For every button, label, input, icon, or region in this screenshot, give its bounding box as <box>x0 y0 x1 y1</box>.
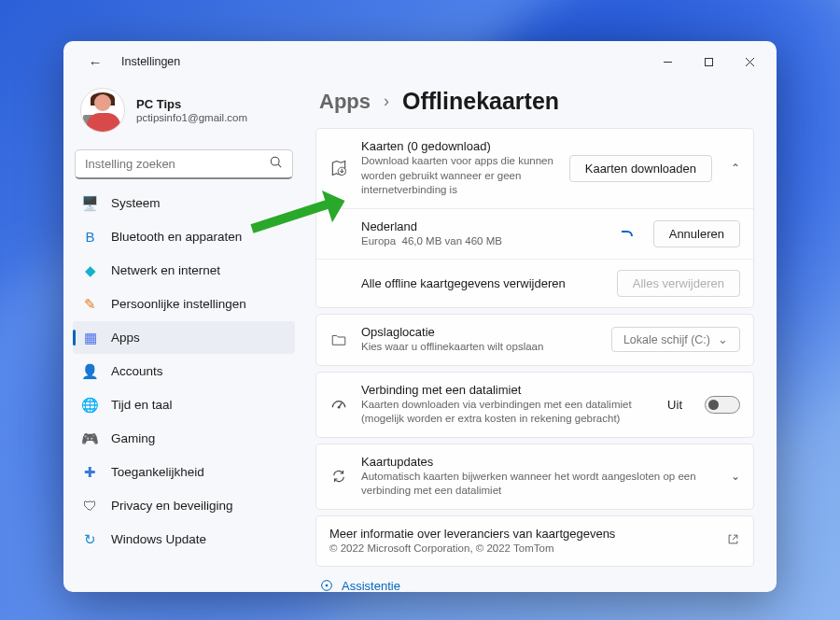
nav-label: Toegankelijkheid <box>111 465 204 479</box>
vendor-info-card[interactable]: Meer informatie over leveranciers van ka… <box>315 515 754 568</box>
settings-window: ← Instellingen PC Tips pctipsinfo1@gmail <box>63 41 777 592</box>
minimize-icon <box>663 57 673 67</box>
updates-card[interactable]: Kaartupdates Automatisch kaarten bijwerk… <box>315 444 754 510</box>
download-region: Europa <box>361 235 396 247</box>
download-country: Nederland <box>361 219 609 233</box>
storage-card[interactable]: Opslaglocatie Kies waar u offlinekaarten… <box>315 314 754 366</box>
close-button[interactable] <box>730 48 769 76</box>
sidebar-item-windows-update[interactable]: ↻Windows Update <box>73 523 295 556</box>
search-box[interactable] <box>75 149 293 179</box>
nav-icon: ↻ <box>82 531 98 547</box>
breadcrumb-parent[interactable]: Apps <box>319 90 371 114</box>
updates-title: Kaartupdates <box>361 455 712 469</box>
spinner-icon <box>622 231 633 236</box>
sidebar: PC Tips pctipsinfo1@gmail.com 🖥️SysteemB… <box>63 82 304 592</box>
maps-header-row: Kaarten (0 gedownload) Download kaarten … <box>316 129 753 208</box>
svg-point-8 <box>338 406 341 409</box>
main-content: Apps › Offlinekaarten Kaarten (0 gedownl… <box>304 82 777 592</box>
storage-title: Opslaglocatie <box>361 325 598 339</box>
maximize-button[interactable] <box>689 48 728 76</box>
chevron-right-icon: › <box>384 92 389 111</box>
metered-title: Verbinding met een datalimiet <box>361 383 654 397</box>
download-maps-button[interactable]: Kaarten downloaden <box>569 155 712 182</box>
storage-drive-select[interactable]: Lokale schijf (C:) ⌄ <box>611 327 740 352</box>
assistance-link[interactable]: Assistentie <box>315 572 754 592</box>
download-progress: 46,0 MB van 460 MB <box>401 235 501 247</box>
minimize-button[interactable] <box>648 48 687 76</box>
chevron-down-icon: ⌄ <box>718 332 728 346</box>
svg-rect-1 <box>705 58 712 65</box>
sidebar-item-bluetooth-en-apparaten[interactable]: BBluetooth en apparaten <box>73 220 295 253</box>
sidebar-item-systeem[interactable]: 🖥️Systeem <box>73 187 295 219</box>
sidebar-item-toegankelijkheid[interactable]: ✚Toegankelijkheid <box>73 456 295 488</box>
nav-icon: ◆ <box>82 262 98 278</box>
nav-label: Persoonlijke instellingen <box>111 297 246 311</box>
open-external-icon[interactable] <box>726 532 740 549</box>
nav-icon: 🖥️ <box>82 195 98 211</box>
sidebar-item-persoonlijke-instellingen[interactable]: ✎Persoonlijke instellingen <box>73 288 295 320</box>
maximize-icon <box>704 57 714 67</box>
nav-label: Tijd en taal <box>111 398 173 412</box>
maps-subtitle: Download kaarten voor apps die kunnen wo… <box>361 154 556 198</box>
cancel-download-button[interactable]: Annuleren <box>653 220 740 247</box>
nav-label: Windows Update <box>111 532 206 546</box>
back-button[interactable]: ← <box>78 45 112 78</box>
nav-label: Privacy en beveiliging <box>111 499 233 513</box>
delete-all-label: Alle offline kaartgegevens verwijderen <box>361 276 604 290</box>
gauge-icon <box>329 395 348 414</box>
vendor-title: Meer informatie over leveranciers van ka… <box>329 527 713 541</box>
nav-label: Apps <box>111 331 140 345</box>
nav-label: Netwerk en internet <box>111 263 220 277</box>
nav-label: Gaming <box>111 431 155 445</box>
nav-icon: 🌐 <box>82 397 98 413</box>
sidebar-item-apps[interactable]: ▦Apps <box>73 321 295 354</box>
nav-list: 🖥️SysteemBBluetooth en apparaten◆Netwerk… <box>73 187 295 556</box>
metered-subtitle: Kaarten downloaden via verbindingen met … <box>361 398 654 427</box>
maps-card: Kaarten (0 gedownload) Download kaarten … <box>315 128 754 308</box>
nav-label: Bluetooth en apparaten <box>111 230 242 244</box>
sidebar-item-gaming[interactable]: 🎮Gaming <box>73 422 295 455</box>
nav-icon: 🛡 <box>82 498 98 514</box>
updates-subtitle: Automatisch kaarten bijwerken wanneer he… <box>361 470 712 499</box>
sync-icon <box>329 468 348 485</box>
vendor-copyright: © 2022 Microsoft Corporation, © 2022 Tom… <box>329 542 713 557</box>
folder-icon <box>329 331 348 348</box>
nav-label: Systeem <box>111 196 161 210</box>
storage-value: Lokale schijf (C:) <box>623 333 710 346</box>
delete-all-row: Alle offline kaartgegevens verwijderen A… <box>316 259 753 307</box>
sidebar-item-accounts[interactable]: 👤Accounts <box>73 355 295 388</box>
nav-icon: B <box>82 229 98 245</box>
help-icon <box>319 578 334 592</box>
maps-title: Kaarten (0 gedownload) <box>361 139 556 153</box>
window-title: Instellingen <box>121 55 180 68</box>
titlebar: ← Instellingen <box>63 41 777 82</box>
svg-line-5 <box>278 164 281 167</box>
chevron-down-icon[interactable]: ⌄ <box>731 470 740 483</box>
profile[interactable]: PC Tips pctipsinfo1@gmail.com <box>73 82 295 146</box>
toggle-state-label: Uit <box>667 398 682 412</box>
nav-icon: ✎ <box>82 296 98 312</box>
search-icon <box>270 156 283 172</box>
search-input[interactable] <box>85 157 270 171</box>
chevron-up-icon[interactable]: ⌃ <box>731 162 740 175</box>
profile-text: PC Tips pctipsinfo1@gmail.com <box>136 97 247 123</box>
nav-icon: ✚ <box>82 464 98 480</box>
metered-card: Verbinding met een datalimiet Kaarten do… <box>315 372 754 438</box>
sidebar-item-privacy-en-beveiliging[interactable]: 🛡Privacy en beveiliging <box>73 489 295 522</box>
metered-toggle[interactable] <box>705 396 740 414</box>
sidebar-item-tijd-en-taal[interactable]: 🌐Tijd en taal <box>73 388 295 421</box>
svg-point-10 <box>326 585 329 587</box>
breadcrumb: Apps › Offlinekaarten <box>315 82 754 128</box>
svg-point-4 <box>271 157 279 165</box>
profile-email: pctipsinfo1@gmail.com <box>136 112 247 123</box>
close-icon <box>745 57 755 67</box>
page-title: Offlinekaarten <box>402 88 559 115</box>
nav-icon: ▦ <box>82 330 98 345</box>
download-progress-row: Nederland Europa 46,0 MB van 460 MB Annu… <box>316 208 753 260</box>
delete-all-button[interactable]: Alles verwijderen <box>617 270 740 297</box>
sidebar-item-netwerk-en-internet[interactable]: ◆Netwerk en internet <box>73 254 295 287</box>
map-download-icon <box>329 159 348 177</box>
nav-label: Accounts <box>111 364 163 378</box>
profile-name: PC Tips <box>136 97 247 111</box>
window-controls <box>648 48 769 76</box>
